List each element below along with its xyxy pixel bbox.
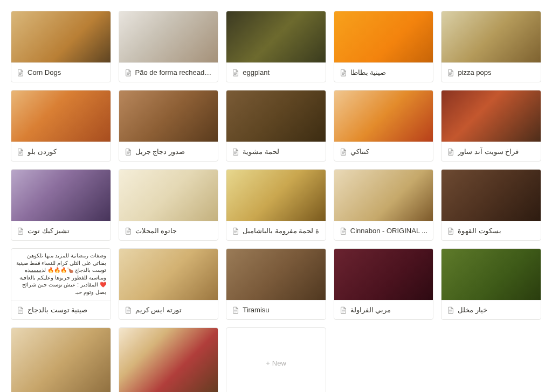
card-title: eggplant	[243, 68, 270, 76]
page-icon	[447, 148, 454, 156]
gallery-card[interactable]: خيار مخلل	[441, 248, 541, 320]
card-label-row: كوردن بلو	[11, 142, 111, 161]
card-title: لحمة مشوية	[243, 148, 279, 156]
gallery-card[interactable]: ة لحمة مفرومة بالباشاميل	[226, 169, 326, 241]
card-thumbnail	[226, 249, 326, 300]
new-card-label: New	[272, 359, 286, 367]
gallery-card[interactable]: Cinnabon - ORIGINAL ...	[334, 169, 434, 241]
card-label-row: كنتاكي	[334, 142, 433, 161]
card-label-row: لحمة مشوية	[226, 142, 326, 161]
card-thumbnail	[119, 90, 218, 142]
card-thumbnail	[119, 11, 218, 62]
card-title: صينية بطاطا	[350, 68, 387, 76]
card-title: Tiramisu	[243, 306, 269, 314]
card-label-row: pizza pops	[441, 62, 541, 82]
card-title: كوردن بلو	[27, 148, 57, 156]
page-icon	[125, 148, 132, 156]
gallery-card[interactable]: Corn Dogs	[11, 11, 111, 82]
gallery-card[interactable]: مربي الفراولة	[334, 248, 434, 320]
card-thumbnail	[11, 90, 111, 142]
new-card[interactable]: +New	[226, 327, 326, 392]
page-icon	[232, 69, 239, 76]
card-label-row: Corn Dogs	[11, 62, 111, 82]
card-thumbnail	[441, 249, 541, 300]
page-icon	[232, 306, 239, 314]
card-label-row: eggplant	[226, 62, 326, 82]
card-thumbnail	[334, 11, 433, 62]
card-label-row: مربي الفراولة	[334, 300, 433, 319]
card-thumbnail	[334, 170, 433, 221]
card-title: جاتوه المحلات	[135, 227, 177, 235]
gallery-card[interactable]: لحمة مشوية	[226, 90, 326, 162]
card-label-row: جاتوه المحلات	[119, 221, 218, 240]
card-label-row: صدور دجاج جريل	[119, 142, 218, 161]
card-label-row: Pão de forma recheado...	[119, 62, 218, 82]
card-title: مربي الفراولة	[350, 306, 391, 314]
gallery-card[interactable]: فراخ سويت آند ساور	[441, 90, 541, 162]
page-icon	[17, 306, 24, 314]
card-thumbnail	[11, 170, 111, 221]
card-title: Pão de forma recheado...	[135, 68, 213, 76]
page-icon	[232, 227, 239, 235]
card-thumbnail	[226, 170, 326, 221]
card-title: كنتاكي	[350, 148, 369, 156]
card-text-preview: وصفات رمضانية للمزيد منها تلكوهن بقناتي …	[11, 249, 111, 300]
page-icon	[125, 69, 132, 76]
card-label-row: Tiramisu	[226, 300, 326, 319]
card-label-row: تشيز كيك توت	[11, 221, 111, 240]
gallery-card[interactable]: صدور دجاج جريل	[119, 90, 219, 162]
page-icon	[17, 69, 24, 76]
page-icon	[125, 227, 132, 235]
gallery-card[interactable]: تورته ايس كريم	[119, 248, 219, 320]
card-thumbnail	[226, 90, 326, 142]
page-icon	[340, 69, 347, 76]
card-title: تورته ايس كريم	[135, 306, 182, 314]
page-icon	[125, 306, 132, 314]
card-title: صدور دجاج جريل	[135, 148, 185, 156]
card-title: pizza pops	[458, 68, 491, 76]
page-icon	[447, 69, 454, 76]
gallery-grid: Corn DogsPão de forma recheado...eggplan…	[11, 11, 541, 392]
card-thumbnail	[11, 11, 111, 62]
page-icon	[340, 227, 347, 235]
new-card-body: +New	[226, 328, 326, 392]
card-label-row: تورته ايس كريم	[119, 300, 218, 319]
card-thumbnail	[334, 249, 433, 300]
card-label-row: بسكوت القهوة	[441, 221, 541, 240]
page-icon	[232, 148, 239, 156]
page-icon	[17, 227, 24, 235]
page-icon	[447, 306, 454, 314]
card-title: صينية توست بالدجاج	[27, 306, 87, 314]
plus-icon: +	[266, 359, 270, 367]
card-title: ة لحمة مفرومة بالباشاميل	[243, 227, 319, 235]
card-thumbnail	[226, 11, 326, 62]
page-icon	[447, 227, 454, 235]
gallery-card[interactable]: جاتوه المحلات	[119, 169, 219, 241]
card-thumbnail	[441, 170, 541, 221]
gallery-card[interactable]	[119, 327, 219, 392]
card-thumbnail	[119, 170, 218, 221]
card-title: Corn Dogs	[27, 68, 61, 76]
gallery-card[interactable]: كوردن بلو	[11, 90, 111, 162]
gallery-card[interactable]: كنتاكي	[334, 90, 434, 162]
card-title: بسكوت القهوة	[458, 227, 501, 235]
card-label-row: صينية بطاطا	[334, 62, 433, 82]
card-thumbnail	[11, 328, 111, 392]
gallery-card[interactable]: وصفات رمضانية للمزيد منها تلكوهن بقناتي …	[11, 248, 111, 320]
gallery-card[interactable]: بسكوت القهوة	[441, 169, 541, 241]
card-title: خيار مخلل	[458, 306, 487, 314]
card-thumbnail	[334, 90, 433, 142]
card-label-row: ة لحمة مفرومة بالباشاميل	[226, 221, 326, 240]
card-thumbnail	[119, 249, 218, 300]
page-icon	[340, 148, 347, 156]
gallery-card[interactable]: pizza pops	[441, 11, 541, 82]
gallery-card[interactable]: Pão de forma recheado...	[119, 11, 219, 82]
gallery-card[interactable]	[11, 327, 111, 392]
card-label-row: Cinnabon - ORIGINAL ...	[334, 221, 433, 240]
page-icon	[17, 148, 24, 156]
gallery-card[interactable]: Tiramisu	[226, 248, 326, 320]
gallery-card[interactable]: eggplant	[226, 11, 326, 82]
gallery-card[interactable]: تشيز كيك توت	[11, 169, 111, 241]
card-thumbnail	[441, 11, 541, 62]
gallery-card[interactable]: صينية بطاطا	[334, 11, 434, 82]
